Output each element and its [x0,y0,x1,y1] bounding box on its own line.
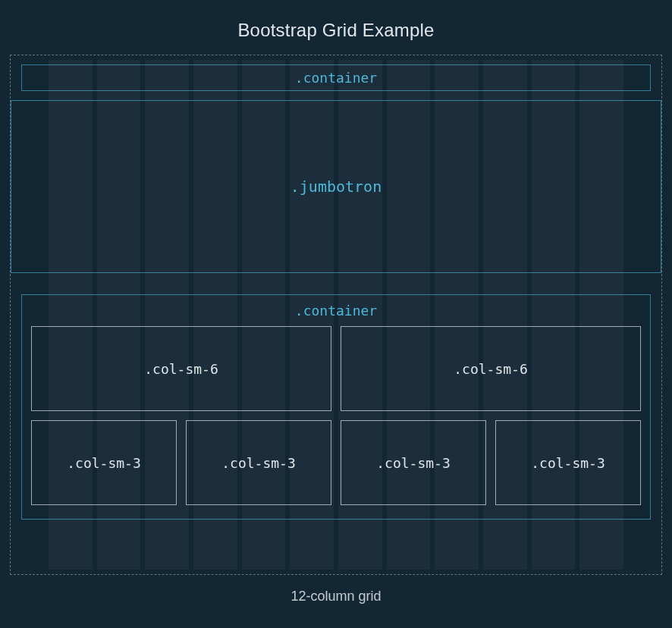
grid-content: .container .jumbotron .container .col-sm… [21,64,651,560]
col-label: .col-sm-3 [221,455,296,471]
container-bottom-label: .container [22,301,650,326]
col-sm-6: .col-sm-6 [31,326,331,411]
jumbotron: .jumbotron [11,100,661,273]
col-label: .col-sm-3 [67,455,141,471]
jumbotron-label: .jumbotron [290,177,382,196]
container-top: .container [21,64,651,91]
col-label: .col-sm-6 [454,361,528,377]
col-sm-3: .col-sm-3 [495,420,641,505]
container-top-label: .container [295,70,377,86]
grid-frame: .container .jumbotron .container .col-sm… [10,55,662,575]
col-sm-3: .col-sm-3 [341,420,486,505]
col-sm-3: .col-sm-3 [31,420,177,505]
col-label: .col-sm-3 [531,455,605,471]
row-3: .col-sm-3 .col-sm-3 .col-sm-3 .col-sm-3 [22,420,650,514]
col-label: .col-sm-6 [144,361,218,377]
col-sm-6: .col-sm-6 [341,326,641,411]
page-title: Bootstrap Grid Example [0,0,672,55]
col-label: .col-sm-3 [376,455,451,471]
row-6: .col-sm-6 .col-sm-6 [22,326,650,420]
col-sm-3: .col-sm-3 [186,420,331,505]
footer-caption: 12-column grid [0,575,672,604]
container-bottom: .container .col-sm-6 .col-sm-6 .col-sm-3… [21,294,651,520]
